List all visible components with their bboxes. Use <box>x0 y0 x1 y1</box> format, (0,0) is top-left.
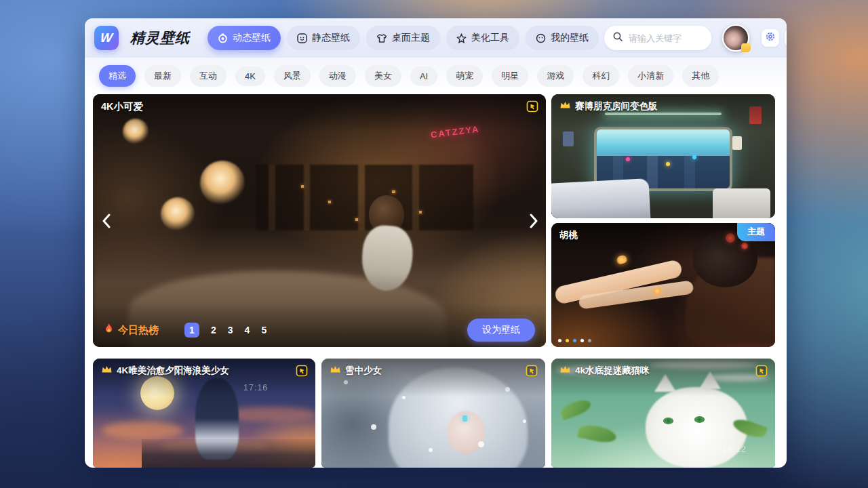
category-fresh[interactable]: 小清新 <box>628 65 673 87</box>
page-2[interactable]: 2 <box>211 325 216 336</box>
search-icon <box>612 31 623 45</box>
search-input[interactable] <box>629 33 703 43</box>
category-scenery[interactable]: 风景 <box>274 65 311 87</box>
card-title: 赛博朋克房间变色版 <box>575 100 658 113</box>
flame-icon <box>104 323 114 338</box>
nav-beautify-tools[interactable]: 美化工具 <box>446 26 519 50</box>
app-title: 精灵壁纸 <box>130 28 190 47</box>
category-anime[interactable]: 动漫 <box>319 65 356 87</box>
tshirt-icon <box>376 33 387 43</box>
user-avatar[interactable] <box>722 24 749 52</box>
card-title: 4k水底捉迷藏猫咪 <box>575 365 650 377</box>
set-wallpaper-button[interactable]: 设为壁纸 <box>467 319 535 342</box>
category-interactive[interactable]: 互动 <box>190 65 226 87</box>
search-box[interactable] <box>604 26 711 50</box>
carousel-next-button[interactable] <box>524 209 543 232</box>
minimize-button[interactable] <box>785 29 787 47</box>
card-title: 4K唯美治愈夕阳海浪美少女 <box>117 365 229 377</box>
smiley-icon <box>536 33 546 43</box>
hutao-card[interactable]: 胡桃 主题 <box>551 223 775 347</box>
sparkle-icon <box>456 33 467 43</box>
nav-label: 美化工具 <box>471 32 509 44</box>
page-1[interactable]: 1 <box>184 323 199 338</box>
interactive-wallpaper-icon <box>526 100 539 116</box>
card-title: 雪中少女 <box>345 365 382 377</box>
snow-girl-card[interactable]: 雪中少女 <box>321 359 545 468</box>
settings-button[interactable] <box>762 29 779 47</box>
featured-title: 4K小可爱 <box>101 100 143 113</box>
app-window: W 精灵壁纸 动态壁纸 静态壁纸 桌面主题 <box>85 18 787 468</box>
nav-label: 静态壁纸 <box>312 32 350 44</box>
crown-icon <box>559 365 571 377</box>
sunset-girl-card[interactable]: 17:16 4K唯美治愈夕阳海浪美少女 <box>93 359 315 468</box>
page-5[interactable]: 5 <box>261 325 267 336</box>
crown-icon <box>559 100 571 113</box>
wallpaper-indicator-dots <box>558 339 591 342</box>
category-4k[interactable]: 4K <box>235 66 265 86</box>
theme-badge: 主题 <box>737 223 775 241</box>
featured-wallpaper-card[interactable]: CATZZYA 4K小可爱 <box>93 94 546 347</box>
interactive-wallpaper-icon <box>755 364 768 380</box>
wallpaper-grid: CATZZYA 4K小可爱 <box>85 93 787 468</box>
cyberpunk-room-card[interactable]: 赛博朋克房间变色版 <box>551 94 775 218</box>
page-4[interactable]: 4 <box>245 325 250 336</box>
category-newest[interactable]: 最新 <box>144 65 181 87</box>
page-3[interactable]: 3 <box>228 325 233 336</box>
window-controls: ✕ <box>762 29 787 47</box>
carousel-prev-button[interactable] <box>97 209 116 232</box>
nav-my-wallpaper[interactable]: 我的壁纸 <box>526 26 599 50</box>
category-beauty[interactable]: 美女 <box>365 65 401 87</box>
wallpaper-clock-text: 19:12 <box>722 445 747 454</box>
category-stars[interactable]: 明星 <box>492 65 528 87</box>
category-featured[interactable]: 精选 <box>99 65 136 87</box>
nav-label: 我的壁纸 <box>551 32 589 44</box>
static-wallpaper-icon <box>297 33 307 43</box>
topbar: W 精灵壁纸 动态壁纸 静态壁纸 桌面主题 <box>85 18 787 58</box>
nav-label: 动态壁纸 <box>233 32 271 44</box>
hot-ranking-label: 今日热榜 <box>118 324 159 337</box>
cat-figure <box>646 387 747 468</box>
underwater-cat-card[interactable]: 19:12 4k水底捉迷藏猫咪 <box>551 359 775 468</box>
logo-w-icon: W <box>100 30 113 45</box>
interactive-wallpaper-icon <box>525 364 538 380</box>
nav-desktop-theme[interactable]: 桌面主题 <box>366 26 440 50</box>
category-other[interactable]: 其他 <box>682 65 719 87</box>
interactive-wallpaper-icon <box>295 364 309 380</box>
crown-icon <box>330 365 341 377</box>
nav-static-wallpaper[interactable]: 静态壁纸 <box>287 26 360 50</box>
dynamic-wallpaper-icon <box>218 33 228 43</box>
main-nav: 动态壁纸 静态壁纸 桌面主题 美化工具 <box>208 26 599 50</box>
category-ai[interactable]: AI <box>410 66 437 86</box>
hot-ranking: 今日热榜 <box>104 323 159 338</box>
nav-dynamic-wallpaper[interactable]: 动态壁纸 <box>208 26 281 50</box>
app-logo: W <box>94 26 119 50</box>
carousel-pagination: 1 2 3 4 5 <box>184 323 267 338</box>
vip-badge-icon <box>741 43 751 52</box>
category-games[interactable]: 游戏 <box>537 65 574 87</box>
category-scifi[interactable]: 科幻 <box>583 65 619 87</box>
card-title: 胡桃 <box>559 229 578 241</box>
category-pets[interactable]: 萌宠 <box>446 65 483 87</box>
crown-icon <box>101 365 113 377</box>
category-bar: 精选 最新 互动 4K 风景 动漫 美女 AI 萌宠 明星 游戏 科幻 小清新 … <box>85 58 787 93</box>
gear-icon <box>766 32 775 44</box>
nav-label: 桌面主题 <box>392 32 430 44</box>
